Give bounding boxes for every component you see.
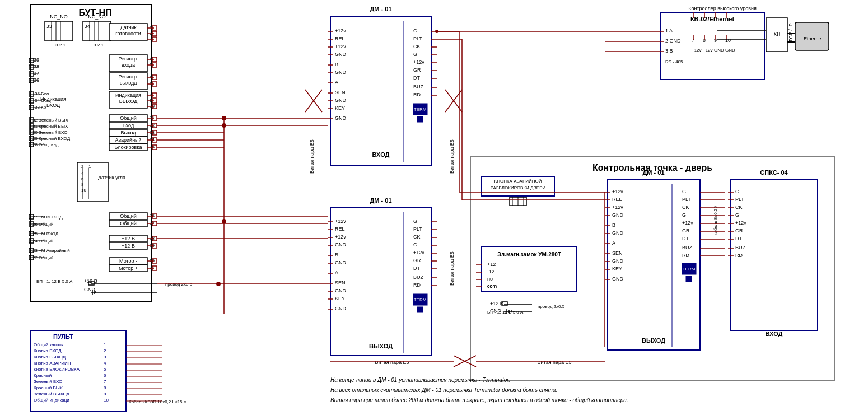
svg-text:CK: CK: [735, 204, 743, 210]
svg-text:PLT: PLT: [682, 197, 691, 202]
svg-text:GND: GND: [335, 97, 347, 103]
svg-text:BUZ: BUZ: [735, 245, 746, 250]
svg-text:ДМ - 01: ДМ - 01: [370, 197, 391, 204]
svg-text:NC_NO: NC_NO: [88, 14, 106, 20]
svg-text:+12 В: +12 В: [490, 301, 503, 306]
svg-text:TCP / IP: TCP / IP: [788, 23, 794, 42]
svg-point-485: [222, 116, 226, 120]
svg-text:9: 9: [104, 391, 106, 396]
svg-text:SEN: SEN: [335, 280, 346, 286]
svg-text:-12: -12: [487, 269, 494, 274]
svg-text:БП - 1, 12 В 5.0 А: БП - 1, 12 В 5.0 А: [36, 279, 73, 284]
svg-text:BUZ: BUZ: [413, 84, 424, 90]
svg-text:REL: REL: [335, 226, 345, 232]
svg-text:Витая пара  Е5: Витая пара Е5: [449, 251, 455, 286]
svg-text:GND: GND: [612, 212, 624, 218]
svg-text:REL: REL: [335, 36, 345, 41]
svg-text:KEY: KEY: [335, 105, 345, 111]
svg-text:ВХОД: ВХОД: [372, 151, 390, 158]
svg-text:J4: J4: [85, 24, 90, 29]
svg-text:Эл.магн.замок УМ-280Т: Эл.магн.замок УМ-280Т: [497, 251, 561, 258]
svg-text:BUZ: BUZ: [682, 245, 693, 250]
svg-text:+12v: +12v: [612, 204, 623, 210]
svg-text:10: 10: [104, 398, 109, 403]
svg-text:A: A: [612, 240, 615, 246]
svg-text:Аварийный: Аварийный: [115, 137, 141, 143]
svg-text:ВЫХОД: ВЫХОД: [119, 99, 138, 104]
svg-rect-389: [686, 276, 692, 282]
svg-text:A: A: [335, 270, 338, 276]
svg-text:ПУЛЬТ: ПУЛЬТ: [53, 333, 73, 340]
svg-text:2: 2: [104, 348, 106, 353]
svg-text:ДМ - 01: ДМ - 01: [370, 6, 391, 12]
svg-text:3 2 1: 3 2 1: [94, 43, 104, 48]
svg-text:DT: DT: [735, 236, 742, 241]
svg-text:B: B: [335, 252, 338, 258]
svg-text:G: G: [735, 189, 739, 194]
svg-text:CK: CK: [682, 204, 689, 210]
svg-text:провод 2х0.5: провод 2х0.5: [538, 304, 565, 309]
svg-text:Общий индикаци: Общий индикаци: [34, 398, 69, 403]
svg-text:+12v: +12v: [692, 48, 702, 53]
svg-text:Ethernet: Ethernet: [804, 36, 823, 41]
svg-text:Индикация: Индикация: [40, 96, 66, 102]
svg-text:Общий кнопок: Общий кнопок: [34, 342, 64, 347]
svg-text:Кнопка АВАРИИН: Кнопка АВАРИИН: [34, 361, 71, 366]
svg-text:Кабель КВ8П 10х0,2  L<15 м: Кабель КВ8П 10х0,2 L<15 м: [129, 399, 186, 404]
svg-text:8: 8: [81, 182, 84, 187]
svg-text:Красный ВЫХ: Красный ВЫХ: [34, 385, 63, 390]
svg-text:TERM: TERM: [414, 107, 427, 112]
svg-text:Кнопка БЛОКИРОВКА: Кнопка БЛОКИРОВКА: [34, 367, 80, 372]
svg-text:39: 39: [34, 57, 39, 63]
svg-text:Зеленый ВХО: Зеленый ВХО: [34, 379, 62, 384]
svg-text:+12v: +12v: [735, 220, 746, 226]
svg-text:DT: DT: [682, 236, 689, 241]
svg-text:6: 6: [81, 176, 84, 181]
svg-text:3: 3: [104, 354, 106, 360]
svg-text:G: G: [682, 212, 686, 218]
wiring-diagram: БУТ-НП NC_NO J3 3 2 1 NC_NO J4 3 2 1 Дат…: [0, 0, 868, 420]
svg-text:SEN: SEN: [335, 90, 346, 95]
svg-text:1: 1: [88, 164, 91, 169]
svg-text:GR: GR: [735, 228, 743, 234]
svg-text:G: G: [682, 189, 686, 194]
svg-text:Кнопка ВЫХОД: Кнопка ВЫХОД: [34, 354, 66, 360]
svg-text:+12: +12: [487, 262, 496, 267]
svg-text:TERM: TERM: [683, 267, 696, 272]
svg-text:Вход: Вход: [123, 123, 134, 128]
svg-rect-305: [417, 307, 423, 312]
svg-text:GND: GND: [335, 69, 347, 75]
svg-text:ВХОД: ВХОД: [46, 102, 60, 108]
svg-text:входа: входа: [122, 62, 135, 68]
svg-point-499: [435, 30, 438, 33]
svg-text:J3: J3: [46, 24, 52, 29]
svg-text:+12 В: +12 В: [122, 236, 135, 241]
svg-text:CK: CK: [413, 44, 421, 49]
svg-text:1  A: 1 A: [665, 28, 673, 34]
svg-text:4: 4: [104, 361, 106, 366]
svg-text:Индикация: Индикация: [115, 92, 141, 98]
svg-text:Витая пара при линии более 200: Витая пара при линии более 200 м должна …: [330, 397, 628, 403]
svg-text:GND: GND: [335, 242, 347, 248]
svg-text:DT: DT: [413, 75, 420, 81]
svg-text:TERM: TERM: [414, 297, 427, 302]
svg-text:Блокировка: Блокировка: [114, 144, 142, 150]
svg-text:GND: GND: [335, 288, 347, 293]
svg-text:2: 2: [81, 164, 84, 169]
svg-rect-424: [661, 12, 764, 80]
svg-text:Зеленый ВЫХОД: Зеленый ВЫХОД: [34, 391, 70, 396]
svg-text:G: G: [413, 52, 417, 57]
svg-text:+12v: +12v: [335, 28, 346, 34]
svg-text:ВЫХОД: ВЫХОД: [369, 343, 393, 349]
svg-text:36: 36: [34, 77, 39, 83]
svg-text:com: com: [487, 283, 497, 289]
svg-text:KEY: KEY: [335, 296, 345, 301]
svg-text:G: G: [413, 28, 417, 34]
svg-text:7: 7: [104, 379, 106, 384]
svg-text:GND: GND: [335, 115, 347, 121]
svg-text:10: 10: [81, 188, 86, 193]
svg-point-487: [222, 219, 226, 223]
svg-text:СПКС- 04: СПКС- 04: [760, 169, 788, 176]
svg-text:BUZ: BUZ: [413, 274, 424, 280]
svg-point-489: [216, 282, 221, 286]
